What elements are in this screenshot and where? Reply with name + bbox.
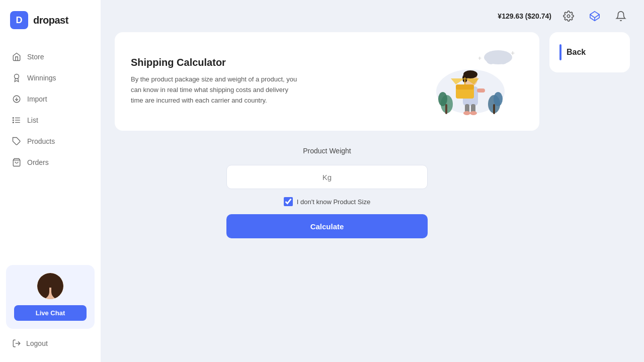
shipping-calculator-description: By the product package size and weight o… — [131, 74, 302, 106]
content-wrapper: Shipping Calculator By the product packa… — [101, 32, 644, 362]
products-icon — [12, 137, 21, 146]
shipping-calculator-title: Shipping Calculator — [131, 57, 302, 68]
winnings-icon — [12, 73, 21, 82]
logo-icon: D — [10, 11, 28, 29]
svg-rect-32 — [477, 88, 485, 93]
shipping-calculator-hero: Shipping Calculator By the product packa… — [115, 32, 539, 131]
hero-text: Shipping Calculator By the product packa… — [131, 57, 302, 106]
notification-icon-button[interactable] — [612, 7, 630, 25]
sidebar-item-products[interactable]: Products — [6, 132, 95, 151]
sidebar-bottom: Live Chat Logout — [0, 257, 101, 362]
logout-icon — [12, 339, 21, 348]
svg-rect-34 — [456, 84, 474, 89]
main-area: ¥129.63 ($20.74) — [101, 0, 644, 362]
live-chat-button[interactable]: Live Chat — [14, 305, 87, 321]
bell-icon — [615, 11, 626, 22]
sidebar-item-list[interactable]: List — [6, 111, 95, 130]
svg-point-41 — [470, 111, 477, 115]
unknown-size-label: I don't know Product Size — [297, 198, 370, 206]
svg-point-7 — [13, 120, 14, 121]
sidebar-item-store[interactable]: Store — [6, 47, 95, 66]
sidebar-nav: Store Winnings Import — [0, 39, 101, 257]
svg-point-17 — [498, 54, 508, 64]
weight-input[interactable] — [226, 165, 428, 189]
svg-rect-26 — [493, 104, 495, 114]
svg-point-6 — [13, 118, 14, 119]
svg-point-8 — [13, 122, 14, 123]
sidebar-item-store-label: Store — [27, 53, 44, 61]
unknown-size-checkbox[interactable] — [284, 197, 293, 206]
back-card[interactable]: Back — [549, 32, 630, 72]
store-icon — [12, 52, 21, 61]
unknown-size-row: I don't know Product Size — [284, 197, 370, 206]
svg-point-25 — [494, 92, 503, 106]
logout-item[interactable]: Logout — [6, 335, 95, 352]
logout-label: Logout — [26, 339, 48, 347]
calculate-button[interactable]: Calculate — [226, 214, 428, 238]
live-chat-card: Live Chat — [6, 265, 95, 329]
center-column: Shipping Calculator By the product packa… — [115, 32, 539, 348]
list-icon — [12, 116, 21, 125]
logo-name: dropast — [33, 15, 68, 26]
shipping-form-section: Product Weight I don't know Product Size… — [115, 131, 539, 254]
hero-illustration: + + — [413, 46, 523, 117]
topbar: ¥129.63 ($20.74) — [101, 0, 644, 32]
product-weight-label: Product Weight — [303, 147, 351, 155]
sidebar-item-list-label: List — [27, 116, 38, 124]
sidebar-item-import-label: Import — [27, 95, 47, 103]
svg-point-40 — [463, 111, 470, 115]
svg-rect-23 — [445, 104, 447, 114]
back-border-accent — [559, 44, 561, 60]
svg-point-12 — [567, 15, 570, 18]
svg-point-0 — [15, 74, 19, 79]
sidebar: D dropast Store Winnings — [0, 0, 101, 362]
svg-text:+: + — [478, 55, 481, 62]
sidebar-logo: D dropast — [0, 0, 101, 39]
back-label: Back — [567, 48, 586, 57]
sidebar-item-orders-label: Orders — [27, 158, 49, 166]
sidebar-item-products-label: Products — [27, 137, 55, 145]
settings-icon — [563, 11, 574, 22]
svg-text:+: + — [511, 49, 515, 57]
orders-icon — [12, 158, 21, 167]
3d-cube-icon-button[interactable] — [586, 7, 604, 25]
settings-icon-button[interactable] — [559, 7, 578, 25]
sidebar-item-import[interactable]: Import — [6, 89, 95, 109]
balance-display: ¥129.63 ($20.74) — [498, 12, 551, 20]
right-panel: Back — [549, 32, 630, 348]
import-icon — [12, 95, 21, 104]
sidebar-item-winnings[interactable]: Winnings — [6, 68, 95, 87]
svg-point-22 — [438, 92, 447, 106]
sidebar-item-winnings-label: Winnings — [27, 74, 56, 82]
cube-icon — [589, 11, 600, 22]
avatar — [37, 273, 63, 299]
svg-point-16 — [486, 54, 496, 64]
sidebar-item-orders[interactable]: Orders — [6, 153, 95, 172]
